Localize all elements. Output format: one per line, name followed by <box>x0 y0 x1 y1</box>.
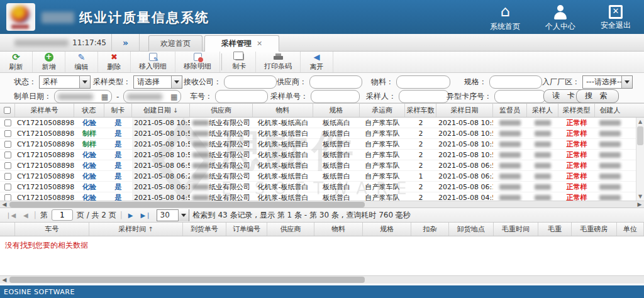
nav-personal-center[interactable]: 个人中心 <box>541 4 580 32</box>
table-row[interactable]: CY172105088985制样是2021-05-08 10:59:0纸业有限公… <box>0 139 644 150</box>
nav-system-home[interactable]: ⌂ 系统首页 <box>486 4 525 32</box>
col-create-date[interactable]: 创建日期↓ <box>132 104 190 117</box>
col-unload-place[interactable]: 卸货地点 <box>449 223 494 236</box>
vertical-scroll-thumb[interactable] <box>637 126 643 145</box>
col-material[interactable]: 物料 <box>253 104 313 117</box>
page-number-input[interactable] <box>52 209 73 221</box>
move-in-detail-button[interactable]: 移入明细 <box>131 52 175 72</box>
select-all-checkbox[interactable] <box>4 107 11 114</box>
col-spec[interactable]: 规格 <box>313 104 360 117</box>
scroll-right-icon[interactable]: ▶ <box>635 201 644 207</box>
page-size-select[interactable]: 30 <box>157 209 189 221</box>
material-input[interactable] <box>396 75 450 89</box>
table-row[interactable]: CY172105088980化验是2021-05-08 04:52:4纸业有限公… <box>0 192 644 201</box>
row-checkbox[interactable] <box>4 173 11 180</box>
sample-order-no-input[interactable] <box>311 90 360 103</box>
tab-sampling-management[interactable]: 采样管理 ✕ <box>204 35 279 52</box>
spec-input[interactable] <box>489 75 542 89</box>
row-checkbox[interactable] <box>4 152 11 158</box>
cell-sampler <box>527 192 558 201</box>
table-row[interactable]: CY172105088984化验是2021-05-08 10:53:2纸业有限公… <box>0 150 644 160</box>
col-supervisor[interactable]: 监督员 <box>493 104 527 117</box>
last-page-button[interactable]: ▶❘ <box>139 212 153 219</box>
horizontal-scroll-thumb[interactable] <box>9 277 365 283</box>
col-impurity[interactable]: 扣杂 <box>411 223 448 236</box>
special-card-no-input[interactable] <box>494 90 546 103</box>
col-carrier[interactable]: 承运商 <box>360 104 405 117</box>
scroll-up-icon[interactable]: ▲ <box>636 118 644 126</box>
sample-type-select[interactable]: 请选择 <box>133 75 182 89</box>
col-spec2[interactable]: 规格 <box>363 223 411 236</box>
scroll-left-icon[interactable]: ◀ <box>0 276 9 284</box>
col-vehicle-no[interactable]: 车号 <box>15 223 90 236</box>
status-select[interactable]: 采样 <box>39 75 91 89</box>
search-button[interactable]: 搜 索 <box>576 89 619 103</box>
cell-sampled: 2021-05-08 10:59:1 <box>436 128 493 138</box>
remove-detail-button[interactable]: 移除明细 <box>175 52 220 72</box>
edit-button[interactable]: ✎编辑 <box>65 52 98 72</box>
cell-material: 化机浆-板纸普白 <box>253 128 313 138</box>
sampler-input[interactable] <box>399 90 449 103</box>
redacted-text <box>192 174 209 179</box>
horizontal-scroll-thumb[interactable] <box>9 202 365 207</box>
table-row[interactable]: CY172105088982化验是2021-05-08 06:23:1纸业有限公… <box>0 171 644 182</box>
row-checkbox[interactable] <box>4 130 11 137</box>
first-page-button[interactable]: ❘◀ <box>4 212 18 219</box>
print-barcode-button[interactable]: 打印条码 <box>256 52 301 72</box>
row-checkbox[interactable] <box>4 141 11 148</box>
col-gross-station[interactable]: 毛重磅房 <box>572 223 616 236</box>
col-supplier[interactable]: 供应商 <box>190 104 253 117</box>
col-card[interactable]: 制卡 <box>104 104 132 117</box>
table-row[interactable]: CY172105088983化验是2021-05-08 06:58:3纸业有限公… <box>0 160 644 171</box>
cell-vehicle-count: 2 <box>405 192 436 201</box>
col-sample-date[interactable]: 采样日期 <box>436 104 493 117</box>
row-checkbox[interactable] <box>4 162 11 169</box>
scroll-left-icon[interactable]: ◀ <box>0 201 9 207</box>
add-button[interactable]: +新增 <box>33 52 65 72</box>
row-checkbox[interactable] <box>4 184 11 190</box>
col-order-no[interactable]: 订单编号 <box>226 223 267 236</box>
table-row[interactable]: CY172105088981化验是2021-05-08 06:16:3纸业有限公… <box>0 182 644 192</box>
col-creator[interactable]: 创建人 <box>595 104 625 117</box>
row-checkbox[interactable] <box>4 194 11 201</box>
tab-welcome[interactable]: 欢迎首页 <box>148 35 203 52</box>
col-gross-time[interactable]: 毛重时间 <box>494 223 538 236</box>
tab-close-icon[interactable]: ✕ <box>257 40 262 48</box>
row-checkbox[interactable] <box>4 119 11 126</box>
col-sample-time[interactable]: 采样时间↑ <box>89 223 182 236</box>
cell-sampled: 2021-05-08 06:58:2 <box>436 160 493 170</box>
nav-safe-exit[interactable]: 安全退出 <box>596 4 635 32</box>
factory-area-select[interactable]: ---请选择-- <box>582 75 633 89</box>
detail-row-header-cell <box>0 223 15 236</box>
col-vehicle-count[interactable]: 采样车数 <box>405 104 436 117</box>
supplier-input[interactable] <box>309 75 362 89</box>
col-gross-weight[interactable]: 毛重 <box>538 223 572 236</box>
vertical-scrollbar[interactable]: ▲ ▼ <box>636 118 644 201</box>
col-material2[interactable]: 物料 <box>314 223 363 236</box>
table-row[interactable]: CY172105088987化验是2021-05-08 10:59:4纸业有限公… <box>0 118 644 128</box>
horizontal-scrollbar-top[interactable]: ◀ ▶ <box>0 201 644 207</box>
table-row[interactable]: CY172105088986制样是2021-05-08 10:59:2纸业有限公… <box>0 128 644 139</box>
make-card-button[interactable]: 制卡 <box>223 52 256 72</box>
col-supplier2[interactable]: 供应商 <box>267 223 314 236</box>
horizontal-scrollbar-bottom[interactable]: ◀ <box>0 275 644 284</box>
vehicle-no-input[interactable] <box>215 90 268 103</box>
tab-expander-button[interactable]: » <box>112 34 140 52</box>
create-date-to-input[interactable]: ▦ <box>123 90 181 103</box>
next-page-button[interactable]: ▶ <box>126 212 135 219</box>
detail-table-header: 车号 采样时间↑ 到货单号 订单编号 供应商 物料 规格 扣杂 卸货地点 毛重时… <box>0 223 644 236</box>
prev-page-button[interactable]: ◀ <box>21 212 30 219</box>
scroll-down-icon[interactable]: ▼ <box>636 192 644 201</box>
col-unit[interactable]: 单位 <box>617 223 644 236</box>
col-status[interactable]: 状态 <box>74 104 104 117</box>
col-arrival-no[interactable]: 到货单号 <box>183 223 226 236</box>
create-date-from-input[interactable]: ▦ <box>54 90 112 103</box>
receive-company-input[interactable] <box>224 75 277 89</box>
leave-button[interactable]: ◀离开 <box>301 52 333 72</box>
select-all-checkbox-cell[interactable] <box>0 104 15 117</box>
refresh-button[interactable]: ⟳刷新 <box>0 52 33 72</box>
delete-button[interactable]: ✖删除 <box>98 52 131 72</box>
col-sampler[interactable]: 采样人 <box>527 104 558 117</box>
col-sample-order-no[interactable]: 采样单号 <box>15 104 74 117</box>
col-sample-type[interactable]: 采样类型 <box>558 104 595 117</box>
